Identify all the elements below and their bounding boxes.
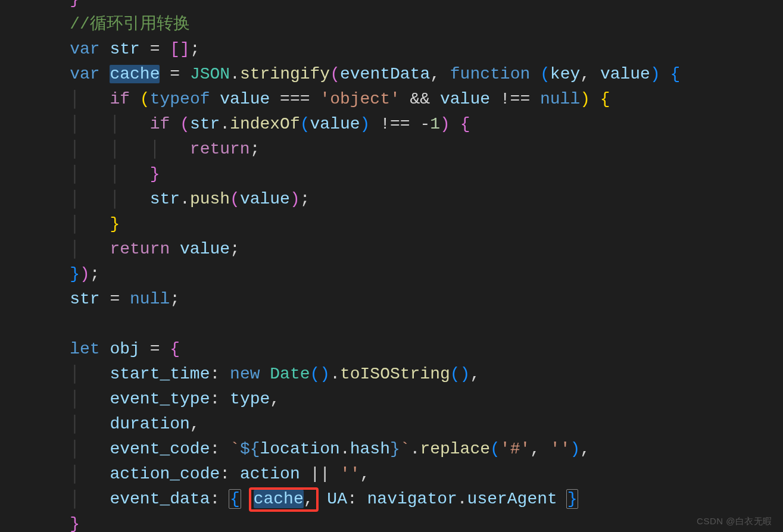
if-keyword: if (110, 90, 139, 108)
brace-close: } (70, 0, 80, 8)
typeof-keyword: typeof (150, 90, 220, 108)
stringify-fn: stringify (240, 65, 330, 83)
var-cache-selected: cache (110, 65, 160, 83)
prop-start-time: start_time (110, 365, 210, 383)
return-keyword: return (110, 240, 180, 258)
var-keyword: var (70, 40, 99, 58)
push-fn: push (190, 190, 230, 208)
replace-fn: replace (420, 440, 490, 458)
return-keyword: return (190, 140, 250, 158)
comment-line: //循环引用转换 (70, 15, 190, 33)
brace-close-matched: } (566, 489, 579, 509)
if-keyword: if (150, 115, 180, 133)
date-class: Date (270, 365, 310, 383)
highlight-red-box: cache, (249, 487, 319, 512)
var-cache-selected: cache (254, 490, 304, 508)
watermark-text: CSDN @白衣无暇 (697, 516, 772, 527)
toisostring-fn: toISOString (340, 365, 450, 383)
json-class: JSON (190, 65, 230, 83)
function-keyword: function (450, 65, 540, 83)
prop-action-code: action_code (110, 465, 220, 483)
var-keyword: var (70, 65, 99, 83)
brace-open-matched: { (229, 489, 241, 509)
var-str: str (110, 40, 139, 58)
prop-event-type: event_type (110, 390, 210, 408)
code-editor[interactable]: } //循环引用转换 var str = []; var cache = JSO… (0, 0, 783, 532)
let-keyword: let (70, 340, 110, 358)
var-obj: obj (110, 340, 139, 358)
prop-duration: duration (110, 415, 189, 433)
prop-event-data: event_data (110, 490, 210, 508)
prop-event-code: event_code (110, 440, 210, 458)
indexof-fn: indexOf (230, 115, 300, 133)
